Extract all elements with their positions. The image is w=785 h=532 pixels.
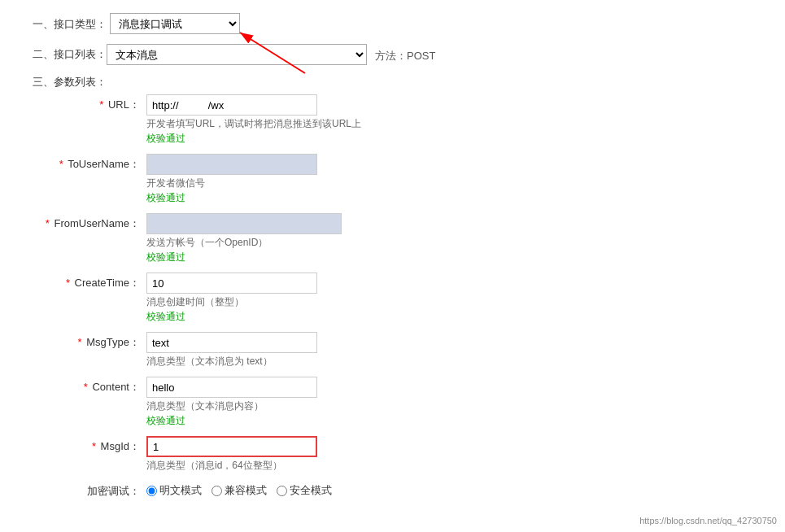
- content-hint: 消息类型（文本消息内容）: [146, 399, 769, 413]
- interface-list-dropdown[interactable]: 文本消息 图片消息 语音消息 视频消息 位置消息 链接消息: [107, 44, 367, 65]
- fromusername-validate: 校验通过: [146, 251, 769, 264]
- url-required-star: *: [99, 98, 103, 111]
- tousername-content: 开发者微信号 校验通过: [146, 154, 769, 205]
- encryption-option-plain[interactable]: 明文模式: [146, 483, 202, 498]
- createtime-input[interactable]: [146, 273, 317, 294]
- encryption-radio-secure[interactable]: [277, 486, 287, 496]
- content-input[interactable]: [146, 377, 317, 398]
- tousername-row: * ToUserName： 开发者微信号 校验通过: [16, 154, 769, 205]
- fromusername-input[interactable]: [146, 213, 342, 234]
- msgid-row: * MsgId： 消息类型（消息id，64位整型）: [16, 436, 769, 473]
- tousername-required-star: *: [59, 158, 63, 170]
- msgtype-hint: 消息类型（文本消息为 text）: [146, 355, 769, 368]
- createtime-hint: 消息创建时间（整型）: [146, 295, 769, 309]
- content-required-star: *: [84, 381, 88, 393]
- createtime-row: * CreateTime： 消息创建时间（整型） 校验通过: [16, 273, 769, 324]
- encryption-radio-plain[interactable]: [146, 486, 157, 496]
- tousername-label: * ToUserName：: [33, 154, 146, 172]
- section2-header: 二、接口列表： 文本消息 图片消息 语音消息 视频消息 位置消息 链接消息 方法…: [16, 39, 769, 70]
- encryption-radio-compat[interactable]: [212, 486, 222, 496]
- encryption-option-secure[interactable]: 安全模式: [277, 483, 332, 498]
- fromusername-hint: 发送方帐号（一个OpenID）: [146, 236, 769, 250]
- msgtype-content: 消息类型（文本消息为 text）: [146, 332, 769, 368]
- content-validate: 校验通过: [146, 414, 769, 428]
- msgid-required-star: *: [92, 440, 96, 452]
- encryption-plain-label: 明文模式: [159, 483, 202, 498]
- msgtype-row: * MsgType： 消息类型（文本消息为 text）: [16, 332, 769, 368]
- content-row: * Content： 消息类型（文本消息内容） 校验通过: [16, 377, 769, 428]
- createtime-validate: 校验通过: [146, 310, 769, 324]
- url-row: * URL： 开发者填写URL，调试时将把消息推送到该URL上 校验通过: [16, 94, 769, 146]
- url-label: * URL：: [33, 94, 146, 112]
- url-validate: 校验通过: [146, 132, 769, 146]
- msgid-label: * MsgId：: [33, 436, 146, 454]
- encryption-label: 加密调试：: [33, 481, 146, 499]
- content-content: 消息类型（文本消息内容） 校验通过: [146, 377, 769, 428]
- encryption-options: 明文模式 兼容模式 安全模式: [146, 481, 769, 498]
- encryption-row: 加密调试： 明文模式 兼容模式 安全模式: [16, 481, 769, 499]
- createtime-required-star: *: [66, 277, 70, 289]
- msgtype-label: * MsgType：: [33, 332, 146, 350]
- encryption-option-compat[interactable]: 兼容模式: [212, 483, 267, 498]
- interface-type-dropdown[interactable]: 消息接口调试 网页授权调试: [110, 13, 240, 34]
- url-content: 开发者填写URL，调试时将把消息推送到该URL上 校验通过: [146, 94, 769, 146]
- createtime-content: 消息创建时间（整型） 校验通过: [146, 273, 769, 324]
- encryption-compat-label: 兼容模式: [225, 483, 267, 498]
- msgtype-required-star: *: [78, 336, 82, 348]
- fromusername-label: * FromUserName：: [33, 213, 146, 231]
- fromusername-content: 发送方帐号（一个OpenID） 校验通过: [146, 213, 769, 264]
- section2-label: 二、接口列表：: [33, 47, 107, 62]
- createtime-label: * CreateTime：: [33, 273, 146, 290]
- tousername-hint: 开发者微信号: [146, 177, 769, 190]
- msgid-hint: 消息类型（消息id，64位整型）: [146, 459, 769, 473]
- fromusername-row: * FromUserName： 发送方帐号（一个OpenID） 校验通过: [16, 213, 769, 264]
- content-label: * Content：: [33, 377, 146, 395]
- fromusername-required-star: *: [46, 217, 50, 229]
- watermark: https://blog.csdn.net/qq_42730750: [639, 516, 777, 525]
- url-input[interactable]: [146, 94, 317, 116]
- encryption-secure-label: 安全模式: [290, 483, 332, 498]
- section1-header: 一、接口类型： 消息接口调试 网页授权调试: [16, 8, 769, 39]
- section1-label: 一、接口类型：: [33, 18, 107, 30]
- method-label: 方法：POST: [375, 46, 435, 63]
- tousername-input[interactable]: [146, 154, 317, 175]
- msgid-input[interactable]: [146, 436, 317, 457]
- tousername-validate: 校验通过: [146, 191, 769, 205]
- section3-label: 三、参数列表：: [33, 76, 107, 88]
- section3-header: 三、参数列表：: [16, 70, 769, 94]
- main-page: 一、接口类型： 消息接口调试 网页授权调试 二、接口列表： 文本消息 图片消息 …: [0, 0, 785, 532]
- url-hint: 开发者填写URL，调试时将把消息推送到该URL上: [146, 117, 769, 131]
- msgid-content: 消息类型（消息id，64位整型）: [146, 436, 769, 473]
- msgtype-input[interactable]: [146, 332, 317, 353]
